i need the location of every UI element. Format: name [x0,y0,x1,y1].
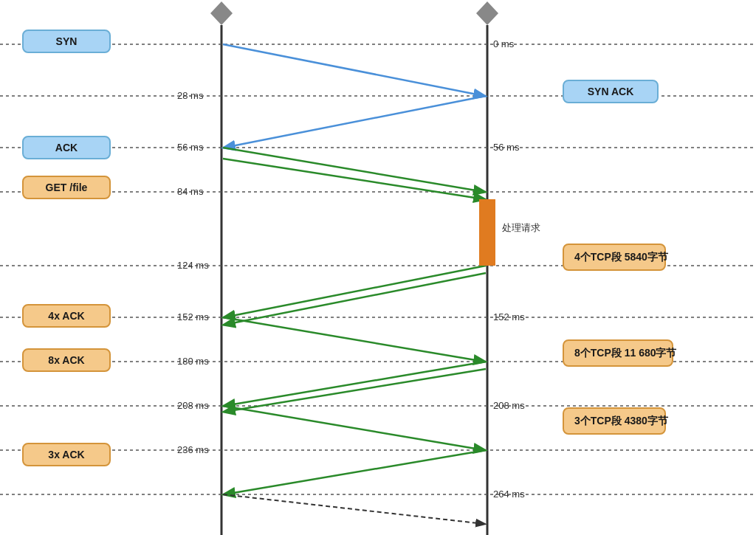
syn-arrow [223,44,484,96]
synack-box: SYN ACK [563,80,659,103]
time-label-152-r: 152 ms [493,311,525,322]
time-label-84: 84 ms [177,186,203,197]
syn-box: SYN [22,30,111,53]
time-label-180: 180 ms [177,356,209,367]
4xack-arrow [223,317,484,362]
time-label-236: 236 ms [177,444,209,455]
4tcp-arrow1 [224,266,486,317]
time-label-56: 56 ms [177,142,203,153]
time-label-208: 208 ms [177,400,209,411]
tcp8-info-box: 8个TCP段 11 680字节 [563,339,673,367]
time-label-152: 152 ms [177,311,209,322]
4tcp-arrow2 [224,273,486,325]
ack-box: ACK [22,136,111,159]
8tcp-arrow1 [224,362,486,406]
time-label-264: 264 ms [493,489,525,500]
3xack-dashed-arrow [223,494,484,524]
8tcp-arrow2 [224,369,486,412]
processing-block [479,199,495,266]
8xack-box: 8x ACK [22,348,111,372]
3xack-box: 3x ACK [22,443,111,466]
server-diamond [476,1,498,25]
tcp4-info-box: 4个TCP段 5840字节 [563,244,666,271]
time-label-28: 28 ms [177,90,203,101]
time-label-0: 0 ms [493,38,514,49]
client-diamond [210,1,233,25]
processing-label: 处理请求 [502,221,540,235]
tcp3-info-box: 3个TCP段 4380字节 [563,407,666,435]
get-arrow [223,159,484,199]
diagram: 28 ms 56 ms 84 ms 124 ms 152 ms 180 ms 2… [0,0,756,535]
time-label-208-r: 208 ms [493,400,525,411]
time-label-124: 124 ms [177,260,209,271]
get-box: GET /file [22,176,111,199]
time-label-56-r: 56 ms [493,142,519,153]
ack-arrow [223,148,484,192]
synack-arrow [224,96,486,148]
3tcp-arrow [224,450,486,494]
4xack-box: 4x ACK [22,304,111,328]
8xack-arrow [223,406,484,450]
